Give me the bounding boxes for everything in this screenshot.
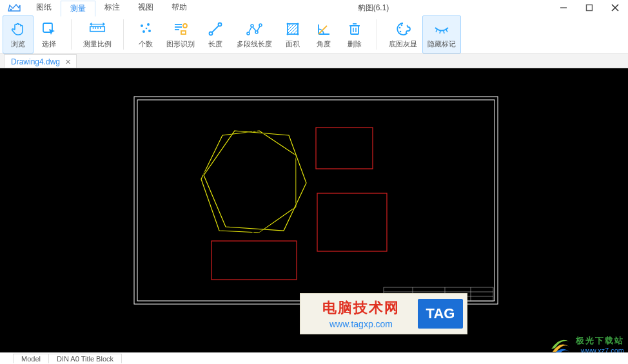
svg-point-14 bbox=[142, 30, 145, 33]
svg-line-35 bbox=[319, 26, 327, 34]
select-button[interactable]: 选择 bbox=[34, 15, 64, 53]
polyline-button[interactable]: 多段线长度 bbox=[231, 15, 277, 53]
file-tab-bar: Drawing4.dwg ✕ bbox=[0, 54, 628, 68]
svg-point-41 bbox=[399, 27, 401, 29]
file-tab-name: Drawing4.dwg bbox=[11, 57, 60, 66]
dots-icon bbox=[137, 20, 155, 38]
menu-annotate[interactable]: 标注 bbox=[95, 0, 129, 16]
watermark-tagxp: 电脑技术网 www.tagxp.com TAG bbox=[300, 293, 467, 334]
svg-point-42 bbox=[401, 24, 403, 26]
separator bbox=[71, 19, 72, 50]
menu-view[interactable]: 视图 bbox=[129, 0, 162, 16]
separator bbox=[377, 19, 377, 50]
svg-line-45 bbox=[440, 31, 440, 34]
angle-label: 角度 bbox=[317, 39, 331, 49]
select-label: 选择 bbox=[42, 39, 56, 49]
svg-rect-30 bbox=[288, 24, 298, 34]
svg-point-0 bbox=[10, 9, 12, 11]
minimize-button[interactable] bbox=[551, 0, 576, 15]
area-label: 面积 bbox=[286, 39, 300, 49]
app-logo-icon bbox=[5, 2, 23, 14]
svg-line-46 bbox=[444, 31, 444, 34]
svg-line-44 bbox=[436, 30, 437, 32]
hand-icon bbox=[9, 20, 27, 38]
palette-icon bbox=[394, 20, 412, 38]
select-icon bbox=[40, 20, 58, 38]
ribbon-toolbar: 浏览 选择 测量比例 个数 图形识别 长度 多段线长度 bbox=[0, 15, 628, 54]
browse-button[interactable]: 浏览 bbox=[3, 15, 34, 53]
svg-rect-21 bbox=[181, 31, 186, 34]
svg-point-34 bbox=[297, 34, 299, 35]
svg-point-33 bbox=[287, 34, 289, 35]
polyline-icon bbox=[245, 20, 263, 38]
svg-point-26 bbox=[251, 24, 253, 27]
polyline-label: 多段线长度 bbox=[237, 39, 272, 49]
shape-id-label: 图形识别 bbox=[166, 39, 195, 49]
line-icon bbox=[206, 20, 224, 38]
svg-line-47 bbox=[446, 30, 447, 32]
angle-icon bbox=[315, 20, 333, 38]
svg-point-23 bbox=[219, 23, 222, 26]
svg-point-32 bbox=[297, 23, 299, 25]
count-label: 个数 bbox=[139, 39, 153, 49]
svg-point-22 bbox=[210, 32, 213, 35]
hide-marks-label: 隐藏标记 bbox=[427, 39, 456, 49]
svg-point-31 bbox=[287, 23, 289, 25]
svg-rect-36 bbox=[351, 26, 358, 34]
delete-button[interactable]: 删除 bbox=[339, 15, 370, 53]
svg-point-20 bbox=[183, 24, 187, 28]
svg-point-27 bbox=[255, 31, 258, 34]
titlebar: 图纸 测量 标注 视图 帮助 豹图(6.1) bbox=[0, 0, 628, 15]
svg-point-13 bbox=[147, 23, 150, 26]
svg-rect-6 bbox=[90, 26, 104, 31]
window-title: 豹图(6.1) bbox=[196, 3, 551, 14]
scale-label: 测量比例 bbox=[83, 39, 112, 49]
svg-rect-2 bbox=[587, 5, 593, 11]
ruler-icon bbox=[88, 20, 106, 38]
wm2-name: 极光下载站 bbox=[576, 335, 624, 347]
svg-point-43 bbox=[400, 31, 402, 33]
separator bbox=[123, 19, 124, 50]
menu-drawings[interactable]: 图纸 bbox=[27, 0, 61, 16]
area-button[interactable]: 面积 bbox=[277, 15, 308, 53]
wm1-tag: TAG bbox=[418, 299, 463, 329]
svg-point-28 bbox=[259, 24, 262, 26]
scale-button[interactable]: 测量比例 bbox=[78, 15, 117, 53]
svg-point-25 bbox=[247, 32, 250, 35]
area-icon bbox=[284, 20, 302, 38]
svg-point-16 bbox=[146, 28, 148, 30]
file-tab[interactable]: Drawing4.dwg ✕ bbox=[4, 54, 77, 68]
length-label: 长度 bbox=[208, 39, 222, 49]
menu-help[interactable]: 帮助 bbox=[162, 0, 196, 16]
hide-marks-button[interactable]: 隐藏标记 bbox=[422, 15, 461, 53]
tab-title-block[interactable]: DIN A0 Title Block bbox=[48, 354, 122, 363]
svg-point-12 bbox=[141, 24, 143, 27]
basemap-gray-label: 底图灰显 bbox=[389, 39, 417, 49]
angle-button[interactable]: 角度 bbox=[308, 15, 339, 53]
svg-line-24 bbox=[212, 26, 219, 32]
wm1-url: www.tagxp.com bbox=[329, 319, 393, 329]
count-button[interactable]: 个数 bbox=[130, 15, 161, 53]
menu-measure[interactable]: 测量 bbox=[61, 1, 95, 17]
wm1-title: 电脑技术网 bbox=[322, 298, 400, 318]
shape-id-button[interactable]: 图形识别 bbox=[161, 15, 200, 53]
delete-label: 删除 bbox=[348, 39, 362, 49]
close-tab-icon[interactable]: ✕ bbox=[65, 58, 71, 66]
window-controls bbox=[551, 0, 628, 15]
basemap-gray-button[interactable]: 底图灰显 bbox=[384, 15, 422, 53]
trash-icon bbox=[346, 20, 364, 38]
browse-label: 浏览 bbox=[11, 39, 25, 49]
length-button[interactable]: 长度 bbox=[200, 15, 231, 53]
menu-bar: 图纸 测量 标注 视图 帮助 bbox=[27, 0, 196, 16]
close-button[interactable] bbox=[602, 0, 628, 15]
svg-point-15 bbox=[148, 30, 151, 32]
maximize-button[interactable] bbox=[576, 0, 602, 15]
tab-model[interactable]: Model bbox=[13, 354, 49, 363]
shapes-icon bbox=[172, 20, 190, 38]
eye-closed-icon bbox=[433, 20, 451, 38]
layout-tab-bar: Model DIN A0 Title Block bbox=[0, 352, 628, 364]
